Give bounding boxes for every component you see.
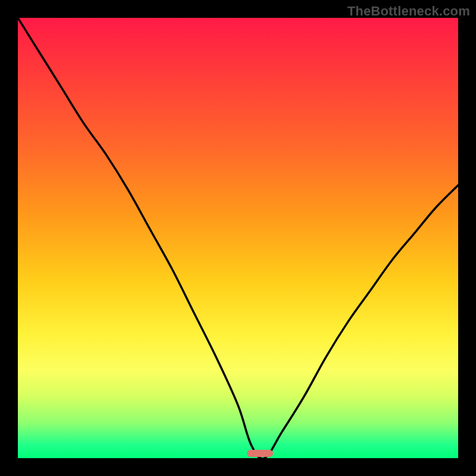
watermark-text: TheBottleneck.com <box>347 4 470 19</box>
bottleneck-curve <box>18 18 458 458</box>
chart-frame: TheBottleneck.com <box>0 0 476 476</box>
optimal-marker <box>247 450 273 457</box>
plot-area <box>18 18 458 458</box>
